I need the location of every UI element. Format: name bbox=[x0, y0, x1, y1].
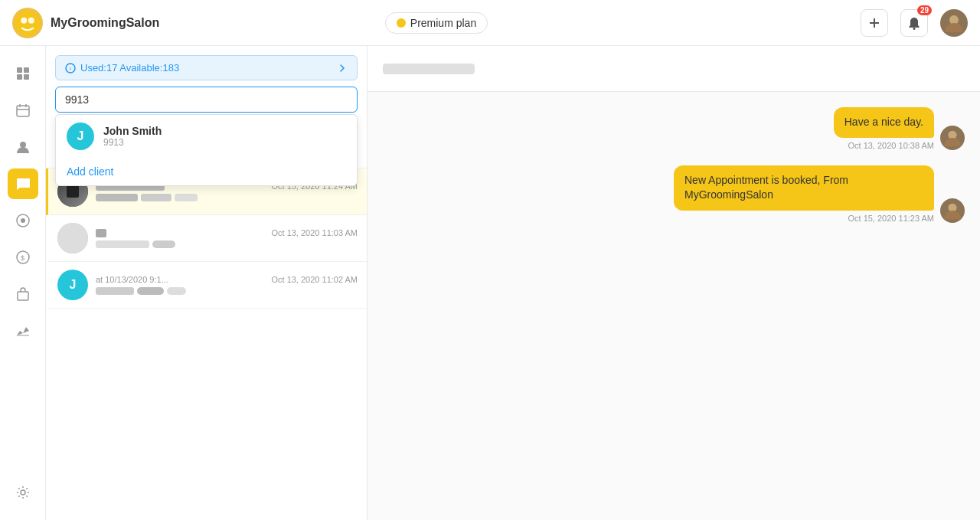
top-navigation: MyGroomingSalon Premium plan 29 bbox=[0, 0, 980, 46]
usage-info-bar[interactable]: i Used:17 Available:183 bbox=[55, 55, 358, 80]
chat-time: Oct 13, 2020 11:02 AM bbox=[271, 275, 358, 284]
sidebar-item-clients[interactable] bbox=[8, 132, 38, 162]
premium-plan-label: Premium plan bbox=[410, 17, 476, 29]
search-input[interactable]: 9913 bbox=[55, 87, 358, 113]
brand-logo: MyGroomingSalon bbox=[12, 8, 385, 38]
chat-header-name bbox=[383, 64, 475, 74]
result-info: John Smith 9913 bbox=[103, 125, 162, 148]
message-bubble-1: Have a nice day. bbox=[834, 107, 934, 138]
svg-point-22 bbox=[21, 490, 25, 495]
chat-list-item[interactable]: J at 10/13/2020 9:1... Oct 13, 2020 11:0… bbox=[46, 262, 367, 309]
info-bar-content: i Used:17 Available:183 bbox=[65, 62, 179, 74]
premium-plan-badge[interactable]: Premium plan bbox=[385, 12, 488, 34]
right-panel: Have a nice day. Oct 13, 2020 10:38 AM N… bbox=[368, 46, 980, 520]
chat-avatar bbox=[57, 223, 88, 253]
sidebar: $ bbox=[0, 46, 46, 520]
chevron-right-icon bbox=[337, 63, 348, 74]
search-container: 9913 J John Smith 9913 Add client bbox=[55, 87, 358, 113]
svg-rect-7 bbox=[17, 67, 22, 73]
sidebar-item-bag[interactable] bbox=[8, 279, 38, 309]
topnav-right-actions: 29 bbox=[861, 9, 968, 37]
svg-rect-10 bbox=[24, 74, 29, 80]
svg-point-2 bbox=[28, 17, 34, 23]
svg-point-1 bbox=[21, 17, 27, 23]
result-avatar: J bbox=[67, 123, 94, 150]
chat-content: at 10/13/2020 9:1... Oct 13, 2020 11:02 … bbox=[96, 275, 358, 295]
sidebar-item-dashboard[interactable] bbox=[8, 58, 38, 89]
usage-text: Used:17 Available:183 bbox=[80, 62, 179, 74]
message-time-1: Oct 13, 2020 10:38 AM bbox=[834, 141, 934, 150]
svg-point-5 bbox=[913, 28, 916, 30]
app-name: MyGroomingSalon bbox=[51, 16, 159, 30]
left-panel: i Used:17 Available:183 9913 J John Smit… bbox=[46, 46, 368, 520]
notifications-button[interactable]: 29 bbox=[900, 9, 928, 37]
add-client-button[interactable]: Add client bbox=[56, 158, 357, 185]
sidebar-item-messages[interactable] bbox=[8, 168, 38, 199]
chat-content: Oct 13, 2020 11:03 AM bbox=[96, 228, 358, 248]
sidebar-item-finance[interactable]: $ bbox=[8, 242, 38, 273]
user-avatar[interactable] bbox=[940, 9, 968, 37]
chat-header-bar bbox=[368, 46, 980, 92]
result-avatar-initial: J bbox=[77, 129, 84, 143]
message-col-1: Have a nice day. Oct 13, 2020 10:38 AM bbox=[834, 107, 934, 150]
info-icon: i bbox=[65, 63, 76, 74]
svg-rect-11 bbox=[17, 106, 29, 116]
sidebar-item-shop[interactable] bbox=[8, 205, 38, 236]
svg-rect-9 bbox=[17, 74, 22, 80]
svg-point-0 bbox=[15, 11, 40, 35]
chat-messages: Have a nice day. Oct 13, 2020 10:38 AM N… bbox=[368, 92, 980, 520]
main-layout: $ i Used:17 Available:183 bbox=[0, 46, 980, 520]
svg-rect-20 bbox=[18, 292, 28, 300]
chat-time: Oct 13, 2020 11:03 AM bbox=[271, 228, 358, 237]
notification-badge: 29 bbox=[917, 5, 932, 15]
svg-point-15 bbox=[20, 142, 26, 148]
svg-text:$: $ bbox=[21, 254, 24, 262]
message-text-1: Have a nice day. bbox=[844, 116, 923, 128]
svg-point-17 bbox=[21, 218, 25, 223]
message-text-2: New Appointment is booked, From MyGroomi… bbox=[684, 174, 848, 201]
svg-rect-8 bbox=[24, 67, 29, 73]
sidebar-item-reports[interactable] bbox=[8, 316, 38, 346]
message-row-2: New Appointment is booked, From MyGroomi… bbox=[383, 165, 965, 223]
premium-dot-icon bbox=[397, 18, 406, 28]
sender-avatar-2 bbox=[940, 198, 965, 223]
result-sub: 9913 bbox=[103, 137, 162, 148]
sidebar-item-settings[interactable] bbox=[8, 477, 38, 508]
svg-rect-4 bbox=[870, 22, 879, 24]
chat-avatar-j: J bbox=[57, 270, 88, 300]
result-name: John Smith bbox=[103, 125, 162, 137]
logo-icon bbox=[12, 8, 43, 38]
search-dropdown: J John Smith 9913 Add client bbox=[55, 114, 358, 186]
add-button[interactable] bbox=[861, 9, 888, 37]
svg-text:i: i bbox=[70, 65, 71, 72]
message-row-1: Have a nice day. Oct 13, 2020 10:38 AM bbox=[383, 107, 965, 150]
message-time-2: Oct 15, 2020 11:23 AM bbox=[674, 214, 934, 223]
sidebar-item-calendar[interactable] bbox=[8, 95, 38, 126]
sender-avatar-1 bbox=[940, 126, 965, 150]
chat-list-item[interactable]: Oct 13, 2020 11:03 AM bbox=[46, 215, 367, 262]
search-result-item[interactable]: J John Smith 9913 bbox=[56, 115, 357, 158]
message-col-2: New Appointment is booked, From MyGroomi… bbox=[674, 165, 934, 223]
message-bubble-2: New Appointment is booked, From MyGroomi… bbox=[674, 165, 934, 211]
